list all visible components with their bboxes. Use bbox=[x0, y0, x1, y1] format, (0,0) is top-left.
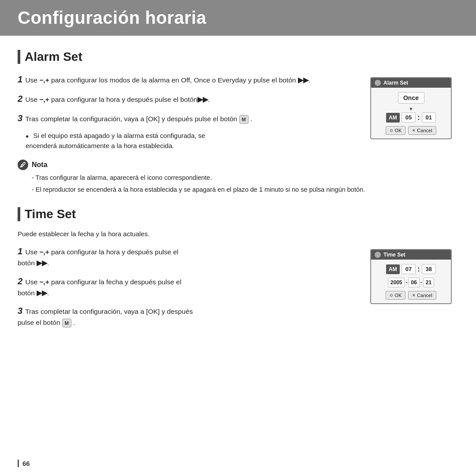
alarm-buttons-row: ⊙ OK ✕ Cancel bbox=[376, 126, 446, 135]
time-set-section: Time Set Puede establecer la fecha y la … bbox=[18, 207, 458, 334]
alarm-set-section: Alarm Set 1 Use −,+ para configurar los … bbox=[18, 50, 458, 195]
time-set-title: Time Set bbox=[18, 207, 458, 221]
time-ok-btn[interactable]: ⊙ OK bbox=[386, 291, 405, 300]
alarm-device-titlebar: Alarm Set bbox=[371, 78, 451, 88]
alarm-device-icon bbox=[375, 80, 381, 86]
alarm-bullet: Si el equipo está apagado y la alarma es… bbox=[26, 131, 357, 151]
nota-item-2: El reproductor se encenderá a la hora es… bbox=[32, 185, 458, 195]
time-time-row: AM 07 : 38 bbox=[376, 264, 446, 274]
alarm-set-body: 1 Use −,+ para configurar los modos de l… bbox=[18, 73, 458, 151]
time-time-h: 07 bbox=[402, 264, 416, 274]
time-date-m: 06 bbox=[408, 278, 419, 287]
alarm-step-3: 3 Tras completar la configuración, vaya … bbox=[18, 112, 357, 125]
time-buttons-row: ⊙ OK ✕ Cancel bbox=[376, 291, 446, 300]
time-device-titlebar: Time Set bbox=[371, 250, 451, 260]
alarm-ok-btn[interactable]: ⊙ OK bbox=[386, 126, 405, 135]
alarm-device-frame: Alarm Set Once ▼ AM 05 : 01 bbox=[370, 77, 452, 139]
m-button-icon-2: M bbox=[62, 319, 71, 328]
alarm-steps-col: 1 Use −,+ para configurar los modos de l… bbox=[18, 73, 357, 151]
nota-header: 🖊 Nota bbox=[18, 160, 458, 170]
time-date-row: 2005 - 06 - 21 bbox=[376, 278, 446, 287]
time-date-sep1: - bbox=[405, 279, 407, 286]
time-date-sep2: - bbox=[420, 279, 422, 286]
alarm-step-1: 1 Use −,+ para configurar los modos de l… bbox=[18, 73, 357, 86]
page-header: Configuración horaria bbox=[0, 0, 476, 36]
time-date-y: 2005 bbox=[388, 278, 405, 287]
alarm-cancel-btn[interactable]: ✕ Cancel bbox=[408, 126, 436, 135]
time-time-m: 38 bbox=[422, 264, 436, 274]
alarm-am-label: AM bbox=[386, 113, 400, 123]
section-bar-2 bbox=[18, 207, 20, 221]
page-content: Alarm Set 1 Use −,+ para configurar los … bbox=[0, 50, 476, 334]
time-cancel-btn[interactable]: ✕ Cancel bbox=[408, 291, 436, 300]
alarm-ok-icon: ⊙ bbox=[390, 128, 393, 133]
time-device-body: AM 07 : 38 2005 - 06 - 21 bbox=[371, 260, 451, 303]
time-date-d: 21 bbox=[423, 278, 434, 287]
alarm-time-sep: : bbox=[417, 114, 420, 122]
alarm-mode-value: Once bbox=[398, 92, 424, 104]
alarm-device-body: Once ▼ AM 05 : 01 ⊙ OK bbox=[371, 88, 451, 138]
time-set-intro: Puede establecer la fecha y la hora actu… bbox=[18, 230, 458, 238]
section-bar bbox=[18, 50, 20, 64]
time-am-label: AM bbox=[386, 264, 400, 274]
alarm-time-h: 05 bbox=[402, 112, 416, 123]
alarm-arrow: ▼ bbox=[376, 106, 446, 112]
alarm-time-m: 01 bbox=[422, 112, 436, 123]
time-device-frame: Time Set AM 07 : 38 2005 - 06 bbox=[370, 249, 452, 304]
time-steps-col: 1 Use −,+ para configurar la hora y desp… bbox=[18, 245, 357, 334]
nota-icon: 🖊 bbox=[18, 160, 28, 170]
time-step-1: 1 Use −,+ para configurar la hora y desp… bbox=[18, 245, 357, 268]
alarm-time-row: AM 05 : 01 bbox=[376, 112, 446, 123]
time-device-mockup: Time Set AM 07 : 38 2005 - 06 bbox=[370, 245, 458, 334]
time-ok-icon: ⊙ bbox=[390, 293, 393, 298]
alarm-set-title: Alarm Set bbox=[18, 50, 458, 64]
alarm-device-mockup: Alarm Set Once ▼ AM 05 : 01 bbox=[370, 73, 458, 151]
page-title: Configuración horaria bbox=[18, 8, 458, 28]
nota-items: Tras configurar la alarma, aparecerá el … bbox=[32, 173, 458, 195]
nota-section: 🖊 Nota Tras configurar la alarma, aparec… bbox=[18, 160, 458, 195]
page-number: 66 bbox=[18, 460, 30, 467]
time-device-icon bbox=[375, 252, 381, 258]
time-set-body: 1 Use −,+ para configurar la hora y desp… bbox=[18, 245, 458, 334]
m-button-icon: M bbox=[239, 115, 249, 124]
alarm-mode-row: Once bbox=[376, 92, 446, 104]
time-time-sep: : bbox=[417, 265, 420, 273]
alarm-cancel-icon: ✕ bbox=[412, 128, 416, 133]
alarm-step-2: 2 Use −,+ para configurar la hora y desp… bbox=[18, 92, 357, 105]
time-step-2: 2 Use −,+ para configurar la fecha y des… bbox=[18, 275, 357, 298]
time-step-3: 3 Tras completar la configuración, vaya … bbox=[18, 304, 357, 327]
nota-item-1: Tras configurar la alarma, aparecerá el … bbox=[32, 173, 458, 183]
time-cancel-icon: ✕ bbox=[412, 293, 416, 298]
